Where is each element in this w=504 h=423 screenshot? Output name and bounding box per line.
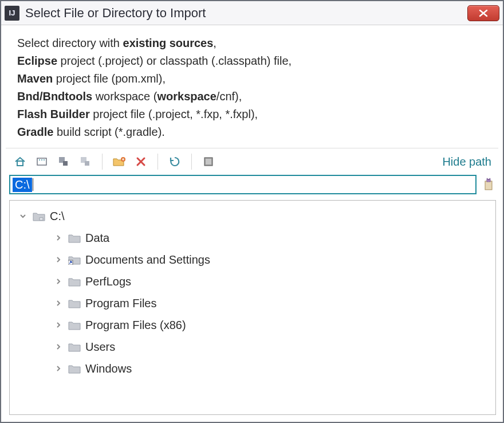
hide-path-link[interactable]: Hide path — [442, 155, 497, 169]
tree-item[interactable]: Program Files — [12, 292, 493, 314]
show-hidden-icon — [202, 155, 215, 168]
chevron-right-icon[interactable] — [53, 256, 64, 264]
chevron-right-icon[interactable] — [53, 321, 64, 329]
show-hidden-button[interactable] — [199, 152, 218, 171]
tree-item[interactable]: PerfLogs — [12, 271, 493, 292]
svg-rect-12 — [485, 181, 492, 190]
svg-rect-0 — [17, 161, 23, 166]
tree-item-label: PerfLogs — [85, 275, 131, 288]
svg-point-2 — [39, 159, 40, 160]
tree-item[interactable]: Documents and Settings — [12, 249, 493, 271]
tree-item-label: Program Files (x86) — [85, 319, 186, 332]
tree-item[interactable]: Program Files (x86) — [12, 314, 493, 336]
module-group-button[interactable] — [76, 152, 95, 171]
refresh-icon — [168, 155, 181, 168]
dialog-window: IJ Select File or Directory to Import Se… — [0, 0, 504, 423]
history-button[interactable] — [481, 177, 496, 192]
chevron-right-icon[interactable] — [53, 365, 64, 373]
toolbar-separator — [158, 154, 158, 170]
svg-rect-1 — [37, 158, 46, 165]
home-button[interactable] — [10, 152, 30, 171]
instructions-text: Select directory with existing sources, … — [1, 25, 503, 148]
tree-item-label: Users — [85, 340, 115, 354]
chevron-right-icon[interactable] — [53, 343, 64, 351]
project-button[interactable] — [32, 152, 52, 171]
svg-rect-6 — [63, 161, 68, 166]
delete-icon — [135, 156, 147, 167]
svg-point-4 — [44, 159, 45, 160]
delete-button[interactable] — [131, 152, 151, 171]
svg-point-3 — [41, 159, 42, 160]
path-input[interactable]: C:\ — [9, 175, 477, 194]
folder-icon — [68, 340, 81, 353]
folder-icon — [68, 319, 81, 331]
tree-item-label: Data — [85, 232, 109, 245]
tree-root-label: C:\ — [50, 210, 65, 223]
folder-shortcut-icon — [68, 253, 81, 266]
folder-icon — [68, 232, 81, 244]
tree-item-label: Program Files — [85, 297, 156, 310]
tree-item[interactable]: Windows — [12, 358, 493, 379]
toolbar-separator — [102, 154, 103, 170]
close-button[interactable] — [467, 5, 499, 21]
path-input-value: C:\ — [13, 178, 32, 192]
refresh-button[interactable] — [165, 152, 184, 171]
tree-item-label: Windows — [85, 362, 132, 375]
chevron-right-icon[interactable] — [53, 277, 64, 285]
toolbar: Hide path — [1, 148, 503, 175]
svg-rect-14 — [40, 218, 43, 220]
window-title: Select File or Directory to Import — [25, 6, 206, 21]
svg-rect-8 — [85, 161, 89, 166]
module-icon — [57, 155, 70, 168]
project-icon — [36, 155, 48, 168]
chevron-down-icon[interactable] — [18, 212, 28, 220]
titlebar: IJ Select File or Directory to Import — [1, 1, 503, 25]
app-icon: IJ — [5, 6, 19, 21]
folder-icon — [68, 362, 81, 375]
file-tree[interactable]: C:\ DataDocuments and SettingsPerfLogsPr… — [9, 200, 496, 415]
svg-rect-11 — [206, 159, 211, 164]
new-folder-icon — [112, 156, 126, 167]
drive-icon — [33, 210, 45, 222]
tree-root-row[interactable]: C:\ — [12, 205, 493, 227]
home-icon — [14, 155, 26, 168]
chevron-right-icon[interactable] — [53, 234, 64, 242]
chevron-right-icon[interactable] — [53, 299, 64, 307]
module-group-icon — [79, 155, 92, 168]
clipboard-icon — [482, 178, 495, 191]
folder-icon — [68, 275, 81, 288]
toolbar-separator — [191, 154, 192, 170]
new-folder-button[interactable] — [109, 152, 129, 171]
tree-item[interactable]: Users — [12, 336, 493, 358]
folder-icon — [68, 297, 81, 310]
module-button[interactable] — [54, 152, 73, 171]
close-icon — [478, 9, 489, 17]
path-row: C:\ — [1, 175, 503, 198]
tree-item[interactable]: Data — [12, 227, 493, 249]
tree-item-label: Documents and Settings — [85, 253, 210, 267]
